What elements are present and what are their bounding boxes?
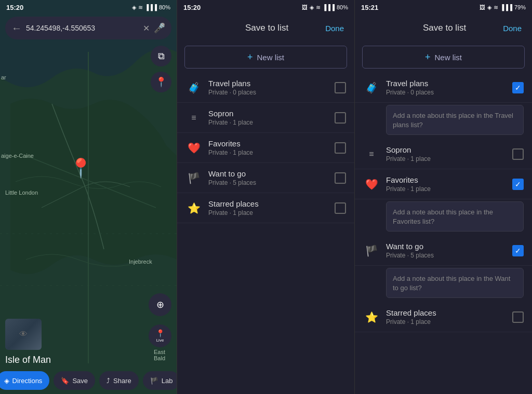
- right-starred-name: Starred places: [386, 308, 506, 317]
- map-status-icons: ◈ ≋ ▐▐▐ 80%: [132, 4, 170, 11]
- want-to-go-name: Want to go: [208, 169, 328, 178]
- right-want-to-go-info: Want to go Private · 5 places: [386, 242, 506, 259]
- sopron-icon: ≡: [185, 110, 202, 126]
- mic-button[interactable]: 🎤: [154, 22, 165, 34]
- check-icon: ✓: [515, 247, 521, 255]
- map-status-bar: 15:20 ◈ ≋ ▐▐▐ 80%: [0, 0, 177, 15]
- right-travel-plans-meta: Private · 0 places: [386, 89, 506, 96]
- layers-icon: ⧉: [158, 51, 165, 62]
- directions-button[interactable]: ◈ Directions: [0, 371, 49, 390]
- right-signal-icon: ▐▐▐: [500, 4, 512, 10]
- label-text: Lab: [162, 377, 173, 385]
- list-item[interactable]: 🏴 Want to go Private · 5 places: [177, 163, 354, 193]
- right-status-icons: 🖼 ◈ ≋ ▐▐▐ 79%: [480, 4, 526, 11]
- travel-plans-info: Travel plans Private · 0 places: [208, 79, 328, 96]
- list-item[interactable]: ≡ Sopron Private · 1 place: [177, 103, 354, 133]
- starred-info: Starred places Private · 1 place: [208, 199, 328, 216]
- map-label-ar: ar: [1, 74, 6, 80]
- right-want-to-go-name: Want to go: [386, 242, 506, 251]
- sopron-checkbox[interactable]: [335, 112, 346, 124]
- right-panel-title: Save to list: [386, 23, 503, 33]
- left-photo-icon: 🖼: [302, 4, 308, 10]
- starred-checkbox[interactable]: [335, 202, 346, 214]
- list-item[interactable]: ❤️ Favorites Private · 1 place: [177, 133, 354, 163]
- pin-icon: 📍: [155, 76, 167, 88]
- right-want-to-go-meta: Private · 5 places: [386, 252, 506, 259]
- list-item[interactable]: 🏴 Want to go Private · 5 places ✓: [355, 236, 532, 266]
- list-item[interactable]: ⭐ Starred places Private · 1 place: [355, 302, 532, 332]
- right-travel-plans-checkbox[interactable]: ✓: [512, 82, 524, 93]
- bookmark-icon: 🔖: [61, 377, 69, 385]
- travel-plans-checkbox[interactable]: [335, 82, 346, 93]
- favorites-name: Favorites: [208, 139, 328, 148]
- right-want-to-go-icon: 🏴: [363, 242, 380, 259]
- want-to-go-checkbox[interactable]: [335, 172, 346, 184]
- live-icon: 📍: [156, 329, 165, 337]
- right-starred-checkbox[interactable]: [512, 311, 524, 323]
- label-button[interactable]: 🏴 Lab: [143, 371, 177, 390]
- right-travel-plans-name: Travel plans: [386, 79, 506, 88]
- favorites-note-box[interactable]: Add a note about this place in the Favor…: [386, 201, 524, 232]
- starred-meta: Private · 1 place: [208, 209, 328, 216]
- list-item[interactable]: ❤️ Favorites Private · 1 place ✓: [355, 169, 532, 199]
- location-name: Isle of Man: [5, 355, 51, 365]
- right-favorites-meta: Private · 1 place: [386, 185, 506, 193]
- left-wifi-icon: ≋: [316, 4, 321, 11]
- thumbnail-icon: 👁: [19, 330, 28, 339]
- wifi-icon: ≋: [138, 4, 143, 11]
- left-panel-title: Save to list: [208, 23, 325, 33]
- travel-plans-note-box[interactable]: Add a note about this place in the Trave…: [386, 105, 524, 135]
- right-want-to-go-checkbox[interactable]: ✓: [512, 245, 524, 256]
- share-button[interactable]: ⤴ Share: [99, 371, 139, 390]
- sopron-info: Sopron Private · 1 place: [208, 109, 328, 126]
- new-list-label: New list: [257, 53, 285, 62]
- want-to-go-note: Add a note about this place in the Want …: [393, 275, 510, 292]
- right-favorites-name: Favorites: [386, 175, 506, 184]
- live-button[interactable]: 📍 Live: [149, 324, 171, 347]
- map-battery: 80%: [159, 4, 170, 10]
- search-coords: 54.245498,-4.550653: [26, 24, 139, 32]
- map-action-bar: ◈ Directions 🔖 Save ⤴ Share 🏴 Lab: [0, 371, 177, 390]
- right-sopron-checkbox[interactable]: [512, 148, 524, 160]
- want-to-go-info: Want to go Private · 5 places: [208, 169, 328, 186]
- share-label: Share: [113, 377, 131, 385]
- right-location-icon: ◈: [487, 4, 491, 11]
- compass-icon: ⊕: [156, 299, 164, 310]
- favorites-checkbox[interactable]: [335, 142, 346, 154]
- right-photo-icon: 🖼: [480, 4, 485, 10]
- list-item[interactable]: 🧳 Travel plans Private · 0 places: [177, 73, 354, 103]
- right-favorites-info: Favorites Private · 1 place: [386, 175, 506, 193]
- check-icon: ✓: [515, 180, 521, 188]
- location-pin: 📍: [69, 157, 92, 179]
- right-favorites-checkbox[interactable]: ✓: [512, 179, 524, 190]
- map-search-bar[interactable]: ← 54.245498,-4.550653 ✕ 🎤: [5, 17, 171, 39]
- map-layers-button[interactable]: ⧉: [151, 46, 171, 66]
- right-sopron-name: Sopron: [386, 145, 506, 154]
- starred-name: Starred places: [208, 199, 328, 208]
- right-travel-plans-icon: 🧳: [363, 79, 380, 96]
- save-label: Save: [72, 377, 88, 385]
- clear-search-button[interactable]: ✕: [143, 23, 150, 33]
- sopron-meta: Private · 1 place: [208, 119, 328, 126]
- right-new-list-button[interactable]: + New list: [362, 46, 525, 69]
- map-pin-button[interactable]: 📍: [151, 72, 171, 92]
- compass-button[interactable]: ⊕: [149, 293, 171, 316]
- share-icon: ⤴: [107, 377, 110, 385]
- left-new-list-button[interactable]: + New list: [184, 46, 347, 69]
- list-item[interactable]: ≡ Sopron Private · 1 place: [355, 139, 532, 169]
- left-done-button[interactable]: Done: [325, 24, 344, 33]
- map-label-little-london: Little London: [5, 189, 38, 196]
- list-item[interactable]: ⭐ Starred places Private · 1 place: [177, 193, 354, 223]
- list-item[interactable]: 🧳 Travel plans Private · 0 places ✓: [355, 73, 532, 103]
- left-status-bar: 15:20 🖼 ◈ ≋ ▐▐▐ 80%: [177, 0, 354, 15]
- want-to-go-note-box[interactable]: Add a note about this place in the Want …: [386, 268, 524, 298]
- save-button[interactable]: 🔖 Save: [54, 371, 95, 390]
- back-button[interactable]: ←: [11, 22, 22, 34]
- right-sopron-icon: ≡: [363, 146, 380, 162]
- street-view-thumbnail[interactable]: 👁: [5, 319, 42, 350]
- map-panel: 15:20 ◈ ≋ ▐▐▐ 80% ← 54.245498,-4.550653 …: [0, 0, 177, 394]
- want-to-go-meta: Private · 5 places: [208, 179, 328, 186]
- right-done-button[interactable]: Done: [503, 24, 522, 33]
- right-status-bar: 15:21 🖼 ◈ ≋ ▐▐▐ 79%: [355, 0, 532, 15]
- travel-plans-name: Travel plans: [208, 79, 328, 88]
